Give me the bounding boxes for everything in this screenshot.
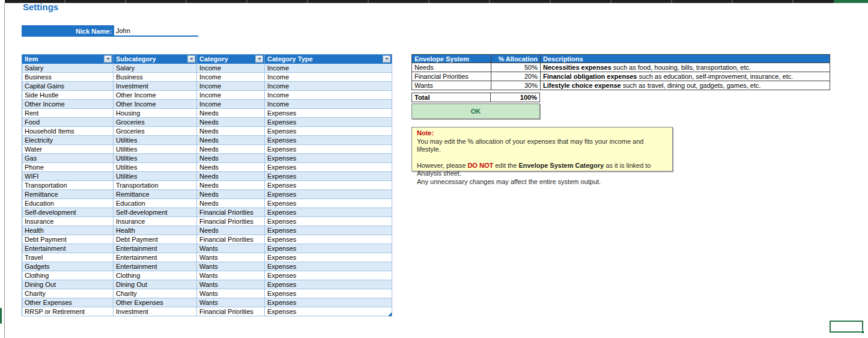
cell[interactable]: Needs: [197, 153, 265, 162]
cell[interactable]: Charity: [114, 289, 197, 298]
cell[interactable]: Income: [197, 64, 265, 73]
cell[interactable]: Expenses: [265, 198, 392, 207]
cell[interactable]: Wants: [197, 280, 265, 289]
cell[interactable]: Gas: [22, 153, 114, 162]
cell[interactable]: Wants: [197, 262, 265, 271]
cell[interactable]: Education: [114, 198, 197, 207]
cell[interactable]: Housing: [114, 108, 197, 117]
table-resize-handle[interactable]: [387, 312, 392, 316]
allocation-cell[interactable]: 20%: [491, 72, 541, 81]
allocation-cell[interactable]: 30%: [491, 81, 541, 90]
cell[interactable]: Remittance: [22, 189, 114, 198]
cell[interactable]: Income: [265, 64, 392, 73]
cell[interactable]: Capital Gains: [22, 81, 114, 90]
cell[interactable]: Wants: [197, 244, 265, 253]
total-label[interactable]: Total: [412, 93, 491, 102]
cell[interactable]: Utilities: [114, 144, 197, 153]
cell[interactable]: Other Income: [114, 99, 197, 108]
cell[interactable]: Expenses: [265, 162, 392, 171]
cell[interactable]: Expenses: [265, 280, 392, 289]
cell[interactable]: Needs: [197, 171, 265, 180]
cell[interactable]: Expenses: [265, 235, 392, 244]
column-header-descriptions[interactable]: Descriptions: [541, 55, 830, 63]
cell[interactable]: Electricity: [22, 135, 114, 144]
cell[interactable]: Entertainment: [22, 244, 114, 253]
cell[interactable]: Expenses: [265, 289, 392, 298]
cell[interactable]: Needs: [197, 108, 265, 117]
cell[interactable]: Needs: [197, 117, 265, 126]
cell[interactable]: Dining Out: [114, 280, 197, 289]
filter-button-item[interactable]: [104, 55, 112, 63]
cell[interactable]: WIFI: [22, 171, 114, 180]
cell[interactable]: Expenses: [265, 180, 392, 189]
cell[interactable]: Expenses: [265, 271, 392, 280]
cell[interactable]: Income: [197, 81, 265, 90]
column-header-category[interactable]: Category: [197, 55, 265, 64]
cell[interactable]: Dining Out: [22, 280, 114, 289]
cell[interactable]: Income: [265, 81, 392, 90]
allocation-cell[interactable]: 50%: [491, 63, 541, 72]
column-header-category-type[interactable]: Category Type: [265, 55, 392, 64]
cell[interactable]: Needs: [197, 144, 265, 153]
cell[interactable]: Expenses: [265, 226, 392, 235]
cell[interactable]: Investment: [114, 307, 197, 316]
cell[interactable]: Remittance: [114, 189, 197, 198]
cell[interactable]: Income: [265, 90, 392, 99]
cell[interactable]: Entertainment: [114, 262, 197, 271]
cell[interactable]: Needs: [197, 162, 265, 171]
cell[interactable]: Utilities: [114, 162, 197, 171]
cell[interactable]: Entertainment: [114, 253, 197, 262]
cell[interactable]: Salary: [22, 64, 114, 73]
filter-button-category-type[interactable]: [383, 55, 390, 63]
cell[interactable]: Education: [22, 198, 114, 207]
cell[interactable]: Expenses: [265, 217, 392, 226]
cell[interactable]: Financial Priorities: [197, 235, 265, 244]
cell[interactable]: Household Items: [22, 126, 114, 135]
selected-cell[interactable]: [830, 321, 863, 333]
cell[interactable]: Needs: [197, 180, 265, 189]
cell[interactable]: Other Expenses: [22, 298, 114, 307]
cell[interactable]: Expenses: [265, 307, 392, 316]
cell[interactable]: Utilities: [114, 135, 197, 144]
cell[interactable]: Expenses: [265, 244, 392, 253]
envelope-category-cell[interactable]: Wants: [412, 81, 491, 90]
cell[interactable]: Wants: [197, 298, 265, 307]
cell[interactable]: Debt Payment: [22, 235, 114, 244]
total-value[interactable]: 100%: [491, 93, 539, 102]
cell[interactable]: RRSP or Retirement: [22, 307, 114, 316]
cell[interactable]: Rent: [22, 108, 114, 117]
cell[interactable]: Needs: [197, 135, 265, 144]
cell[interactable]: Food: [22, 117, 114, 126]
fill-handle[interactable]: [861, 330, 864, 334]
cell[interactable]: Expenses: [265, 126, 392, 135]
cell[interactable]: Wants: [197, 289, 265, 298]
cell[interactable]: Expenses: [265, 153, 392, 162]
cell[interactable]: Self-development: [114, 207, 197, 217]
cell[interactable]: Business: [114, 72, 197, 81]
cell[interactable]: Entertainment: [114, 244, 197, 253]
cell[interactable]: Clothing: [114, 271, 197, 280]
cell[interactable]: Phone: [22, 162, 114, 171]
cell[interactable]: Expenses: [265, 207, 392, 217]
cell[interactable]: Expenses: [265, 171, 392, 180]
cell[interactable]: Needs: [197, 126, 265, 135]
cell[interactable]: Groceries: [114, 126, 197, 135]
cell[interactable]: Income: [197, 99, 265, 108]
description-cell[interactable]: Financial obligation expenses such as ed…: [541, 72, 830, 81]
cell[interactable]: Income: [265, 72, 392, 81]
cell[interactable]: Other Income: [114, 90, 197, 99]
cell[interactable]: Financial Priorities: [197, 307, 265, 316]
cell[interactable]: Financial Priorities: [197, 217, 265, 226]
cell[interactable]: Other Income: [22, 99, 114, 108]
cell[interactable]: Expenses: [265, 135, 392, 144]
ok-button[interactable]: OK: [411, 103, 540, 119]
cell[interactable]: Insurance: [114, 217, 197, 226]
cell[interactable]: Health: [114, 226, 197, 235]
cell[interactable]: Expenses: [265, 262, 392, 271]
column-header-envelope-system[interactable]: Envelope System: [412, 55, 491, 63]
cell[interactable]: Investment: [114, 81, 197, 90]
cell[interactable]: Needs: [197, 226, 265, 235]
filter-button-category[interactable]: [255, 55, 263, 63]
cell[interactable]: Transportation: [22, 180, 114, 189]
cell[interactable]: Wants: [197, 271, 265, 280]
